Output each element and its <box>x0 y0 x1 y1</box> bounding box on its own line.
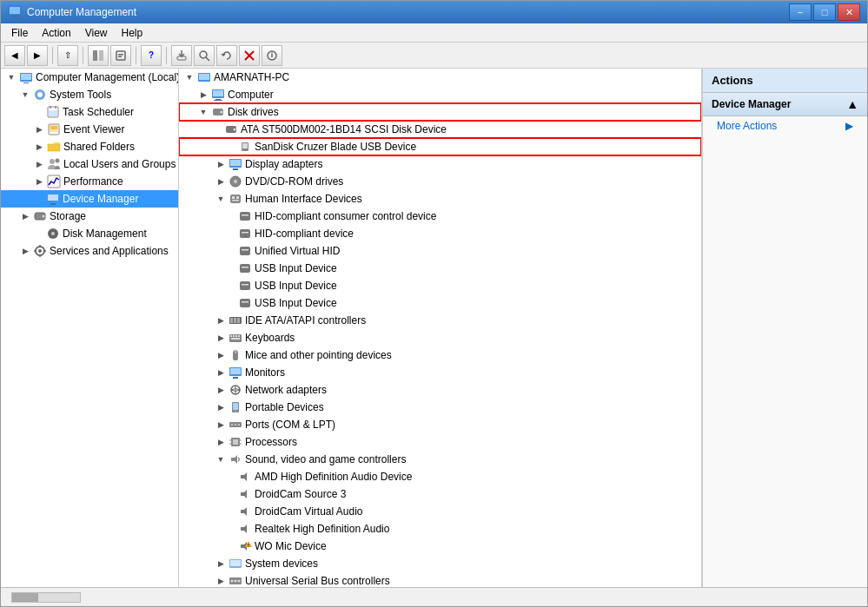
export-button[interactable] <box>171 45 192 66</box>
sidebar-item-disk-management[interactable]: ▶ Disk Management <box>1 225 178 242</box>
svg-rect-89 <box>231 338 240 340</box>
hid-device-label: HID-compliant device <box>255 228 354 240</box>
mid-monitors[interactable]: ▶ Monitors <box>179 364 701 381</box>
minimize-button[interactable]: − <box>789 3 812 21</box>
properties-button[interactable] <box>110 45 131 66</box>
mid-display-adapters[interactable]: ▶ Display adapters <box>179 155 701 173</box>
refresh-button[interactable] <box>216 45 237 66</box>
event-viewer-expand[interactable]: ▶ <box>32 122 46 136</box>
toolbar-sep-2 <box>83 47 83 64</box>
show-hide-button[interactable] <box>88 45 109 66</box>
more-actions-item[interactable]: More Actions ▶ <box>703 116 867 135</box>
mice-expand[interactable]: ▶ <box>214 348 228 362</box>
mid-realtek[interactable]: ▶ Realtek High Definition Audio <box>179 520 701 538</box>
mid-droidcam-virt[interactable]: ▶ DroidCam Virtual Audio <box>179 503 701 520</box>
back-button[interactable]: ◀ <box>4 45 25 66</box>
mid-computer[interactable]: ▶ Computer <box>179 86 701 103</box>
sidebar-item-services-apps[interactable]: ▶ Services and Applications <box>1 242 178 260</box>
mid-root-expand[interactable]: ▼ <box>182 70 196 84</box>
sidebar-item-task-scheduler[interactable]: ▶ Task Scheduler <box>1 103 178 121</box>
svg-rect-26 <box>49 110 57 116</box>
properties2-button[interactable] <box>262 45 282 66</box>
ports-expand[interactable]: ▶ <box>214 418 228 432</box>
mid-hid[interactable]: ▼ Human Interface Devices <box>179 190 701 208</box>
mid-wo-mic[interactable]: ▶ ! WO Mic Device <box>179 538 701 555</box>
disk-drives-label: Disk drives <box>228 106 279 118</box>
monitors-expand[interactable]: ▶ <box>214 366 228 379</box>
help-button[interactable]: ? <box>141 45 162 66</box>
portable-expand[interactable]: ▶ <box>214 400 228 414</box>
svg-point-22 <box>37 92 43 97</box>
search-button[interactable] <box>194 45 215 66</box>
shared-folders-expand[interactable]: ▶ <box>32 140 46 154</box>
sidebar-item-system-tools[interactable]: ▼ System Tools <box>1 86 178 103</box>
root-expand[interactable]: ▼ <box>4 70 18 84</box>
delete-button[interactable] <box>239 45 260 66</box>
proc-expand[interactable]: ▶ <box>214 435 228 449</box>
mid-usb-input3[interactable]: ▶ USB Input Device <box>179 294 701 312</box>
sidebar-item-performance[interactable]: ▶ Performance <box>1 173 178 190</box>
mid-mice[interactable]: ▶ Mice and other pointing devices <box>179 346 701 364</box>
mid-sandisk[interactable]: SanDisk Cruzer Blade USB Device <box>179 138 701 155</box>
toolbar-sep-3 <box>136 47 136 64</box>
system-tools-expand[interactable]: ▼ <box>18 88 32 102</box>
ide-expand[interactable]: ▶ <box>214 313 228 327</box>
close-button[interactable]: ✕ <box>838 3 860 21</box>
ata-disk-label: ATA ST500DM002-1BD14 SCSI Disk Device <box>241 123 447 135</box>
performance-expand[interactable]: ▶ <box>32 175 46 188</box>
svg-rect-52 <box>214 100 222 101</box>
mid-amd-audio[interactable]: ▶ AMD High Definition Audio Device <box>179 468 701 485</box>
network-expand[interactable]: ▶ <box>214 383 228 397</box>
mid-unified-hid[interactable]: ▶ Unified Virtual HID <box>179 242 701 260</box>
sidebar-item-storage[interactable]: ▶ Storage <box>1 208 178 225</box>
sidebar-item-device-manager[interactable]: ▶ Device Manager <box>1 190 178 208</box>
mid-droidcam-src[interactable]: ▶ DroidCam Source 3 <box>179 485 701 503</box>
mid-usb-input2[interactable]: ▶ USB Input Device <box>179 277 701 294</box>
menu-file[interactable]: File <box>4 25 35 41</box>
menu-action[interactable]: Action <box>35 25 77 41</box>
mid-ata-disk[interactable]: ▶ ATA ST500DM002-1BD14 SCSI Disk Device <box>179 121 701 138</box>
mid-usb-controllers[interactable]: ▶ Universal Serial Bus controllers <box>179 572 701 587</box>
mid-system-devices[interactable]: ▶ System devices <box>179 555 701 572</box>
device-manager-section[interactable]: Device Manager ▲ <box>703 93 867 116</box>
mid-ports[interactable]: ▶ Ports (COM & LPT) <box>179 416 701 433</box>
toolbar-sep-4 <box>166 47 167 64</box>
sound-expand[interactable]: ▼ <box>214 452 228 466</box>
disk-drives-expand[interactable]: ▼ <box>196 105 210 119</box>
mid-ide-ata[interactable]: ▶ IDE ATA/ATAPI controllers <box>179 312 701 329</box>
usb-ctrl-expand[interactable]: ▶ <box>214 574 228 587</box>
mid-computer-expand[interactable]: ▶ <box>196 88 210 102</box>
status-scrollbar[interactable] <box>11 592 81 603</box>
forward-button[interactable]: ▶ <box>27 45 48 66</box>
sidebar-item-event-viewer[interactable]: ▶ Event Viewer <box>1 121 178 138</box>
dvd-expand[interactable]: ▶ <box>214 175 228 188</box>
menu-help[interactable]: Help <box>115 25 150 41</box>
storage-expand[interactable]: ▶ <box>18 209 32 223</box>
sidebar-item-shared-folders[interactable]: ▶ Shared Folders <box>1 138 178 155</box>
mid-hid-device[interactable]: ▶ HID-compliant device <box>179 225 701 242</box>
services-expand[interactable]: ▶ <box>18 244 32 258</box>
tree-root[interactable]: ▼ Computer Management (Local) <box>1 69 178 86</box>
hid-expand[interactable]: ▼ <box>214 192 228 206</box>
kb-expand[interactable]: ▶ <box>214 331 228 345</box>
mid-dvd[interactable]: ▶ DVD/CD-ROM drives <box>179 173 701 190</box>
svg-marker-112 <box>241 507 247 516</box>
mid-processors[interactable]: ▶ Processors <box>179 433 701 451</box>
mid-hid-consumer[interactable]: ▶ HID-compliant consumer control device <box>179 208 701 225</box>
mid-root[interactable]: ▼ AMARNATH-PC <box>179 69 701 86</box>
sandisk-label: SanDisk Cruzer Blade USB Device <box>255 141 416 153</box>
sidebar-item-local-users[interactable]: ▶ Local Users and Groups <box>1 155 178 173</box>
mid-portable[interactable]: ▶ Portable Devices <box>179 399 701 416</box>
mid-keyboards[interactable]: ▶ Keyboards <box>179 329 701 346</box>
maximize-button[interactable]: □ <box>813 3 836 21</box>
mid-usb-input1[interactable]: ▶ USB Input Device <box>179 260 701 277</box>
menu-view[interactable]: View <box>78 25 115 41</box>
mid-sound[interactable]: ▼ Sound, video and game controllers <box>179 451 701 468</box>
status-scroll-thumb <box>12 593 38 602</box>
display-expand[interactable]: ▶ <box>214 157 228 171</box>
up-button[interactable]: ⇧ <box>57 45 78 66</box>
local-users-expand[interactable]: ▶ <box>32 157 46 171</box>
mid-network[interactable]: ▶ Network adapters <box>179 381 701 399</box>
mid-disk-drives[interactable]: ▼ Disk drives <box>179 103 701 121</box>
sysdev-expand[interactable]: ▶ <box>214 557 228 571</box>
